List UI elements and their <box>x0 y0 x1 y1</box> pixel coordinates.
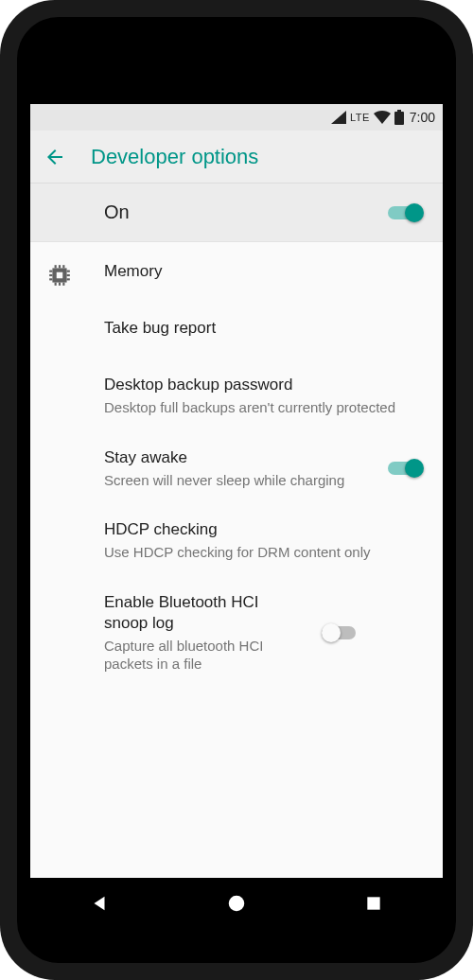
nav-back-button[interactable] <box>71 893 128 914</box>
settings-list: Memory Take bug report Desktop backup pa… <box>30 242 443 878</box>
page-title: Developer options <box>91 145 258 169</box>
list-item-memory[interactable]: Memory <box>30 246 443 303</box>
list-item-title: Desktop backup password <box>104 375 418 395</box>
phone-inner: LTE 7:00 Developer options On <box>17 17 456 963</box>
nav-home-button[interactable] <box>208 893 265 914</box>
screen: LTE 7:00 Developer options On <box>30 104 443 878</box>
nav-recents-button[interactable] <box>345 894 402 913</box>
svg-rect-8 <box>59 283 61 286</box>
nav-home-icon <box>226 893 247 914</box>
svg-rect-5 <box>59 265 61 268</box>
svg-rect-4 <box>55 265 57 268</box>
list-item-hdcp[interactable]: HDCP checking Use HDCP checking for DRM … <box>30 504 443 577</box>
network-label: LTE <box>350 112 370 123</box>
svg-rect-11 <box>49 274 52 276</box>
svg-rect-6 <box>62 265 64 268</box>
list-item-bug-report[interactable]: Take bug report <box>30 303 443 359</box>
nav-recents-icon <box>364 894 383 913</box>
arrow-back-icon <box>44 146 66 168</box>
svg-rect-9 <box>62 283 64 286</box>
svg-rect-17 <box>368 897 380 909</box>
svg-rect-12 <box>49 278 52 280</box>
svg-rect-13 <box>67 271 70 272</box>
master-toggle-row[interactable]: On <box>30 184 443 242</box>
status-time: 7:00 <box>410 110 435 125</box>
navigation-bar <box>30 878 443 929</box>
battery-icon <box>394 110 404 125</box>
list-item-subtitle: Capture all bluetooth HCI packets in a f… <box>104 637 305 674</box>
list-item-bt-hci-snoop[interactable]: Enable Bluetooth HCI snoop log Capture a… <box>30 577 443 689</box>
svg-rect-0 <box>397 110 401 112</box>
wifi-icon <box>374 111 391 124</box>
list-item-subtitle: Desktop full backups aren't currently pr… <box>104 398 418 417</box>
list-item-desktop-backup[interactable]: Desktop backup password Desktop full bac… <box>30 359 443 432</box>
svg-rect-14 <box>67 274 70 276</box>
cell-signal-icon <box>331 111 346 124</box>
master-toggle-label: On <box>104 201 388 223</box>
list-item-title: Stay awake <box>104 447 371 468</box>
svg-point-16 <box>229 896 245 912</box>
svg-rect-3 <box>57 272 63 279</box>
master-toggle-switch[interactable] <box>388 201 426 224</box>
bt-hci-snoop-switch[interactable] <box>322 621 359 644</box>
stay-awake-switch[interactable] <box>388 457 426 480</box>
status-bar: LTE 7:00 <box>30 104 443 131</box>
list-item-title: HDCP checking <box>104 519 418 540</box>
svg-rect-15 <box>67 278 70 280</box>
memory-icon <box>47 263 72 288</box>
nav-back-icon <box>89 893 110 914</box>
list-item-title: Take bug report <box>104 318 418 339</box>
list-item-title: Enable Bluetooth HCI snoop log <box>104 592 305 634</box>
switch-thumb <box>322 623 341 642</box>
list-item-subtitle: Screen will never sleep while charging <box>104 471 371 490</box>
list-item-subtitle: Use HDCP checking for DRM content only <box>104 543 418 562</box>
list-item-stay-awake[interactable]: Stay awake Screen will never sleep while… <box>30 432 443 505</box>
switch-thumb <box>405 203 424 222</box>
list-item-title: Memory <box>104 261 418 282</box>
svg-rect-10 <box>49 271 52 272</box>
switch-thumb <box>405 459 424 478</box>
svg-rect-7 <box>55 283 57 286</box>
svg-rect-1 <box>394 112 404 125</box>
back-button[interactable] <box>42 144 68 170</box>
phone-frame: LTE 7:00 Developer options On <box>0 0 473 980</box>
app-bar: Developer options <box>30 131 443 184</box>
